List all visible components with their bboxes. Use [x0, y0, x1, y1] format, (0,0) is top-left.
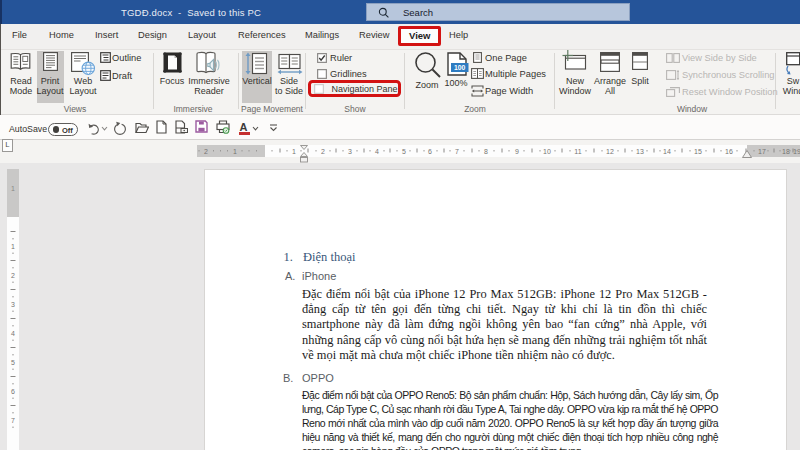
svg-text:8: 8 [484, 148, 488, 155]
svg-text:1: 1 [11, 243, 15, 250]
svg-text:1: 1 [233, 148, 237, 155]
svg-text:14: 14 [663, 148, 671, 155]
svg-text:7: 7 [455, 148, 459, 155]
svg-text:4: 4 [375, 148, 379, 155]
svg-text:9: 9 [515, 148, 519, 155]
svg-text:3: 3 [11, 301, 15, 308]
svg-text:12: 12 [606, 148, 614, 155]
svg-text:1: 1 [292, 148, 296, 155]
svg-text:2: 2 [321, 148, 325, 155]
svg-text:2: 2 [11, 272, 15, 279]
svg-text:13: 13 [636, 148, 644, 155]
svg-text:7: 7 [11, 417, 15, 424]
svg-text:5: 5 [402, 148, 406, 155]
svg-text:1: 1 [11, 185, 15, 192]
svg-text:4: 4 [11, 330, 15, 337]
svg-text:19: 19 [793, 148, 800, 155]
svg-text:6: 6 [11, 388, 15, 395]
svg-text:10: 10 [543, 148, 551, 155]
svg-text:18: 18 [782, 148, 790, 155]
svg-text:6: 6 [428, 148, 432, 155]
svg-text:2: 2 [204, 148, 208, 155]
svg-text:5: 5 [11, 359, 15, 366]
svg-text:17: 17 [758, 148, 766, 155]
svg-text:100: 100 [454, 64, 466, 71]
svg-text:3: 3 [348, 148, 352, 155]
svg-text:16: 16 [725, 148, 733, 155]
svg-text:15: 15 [694, 148, 702, 155]
svg-text:11: 11 [574, 148, 581, 155]
